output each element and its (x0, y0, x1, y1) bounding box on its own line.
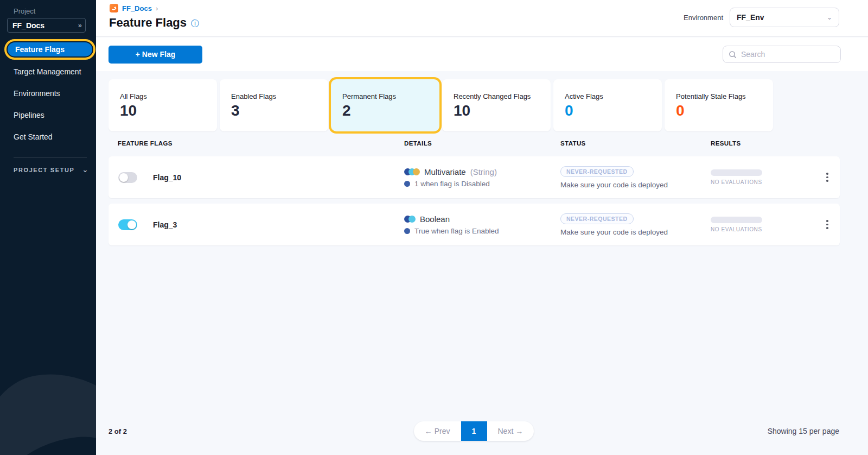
flag-name: Flag_3 (153, 220, 177, 229)
sidebar-item-feature-flags[interactable]: Feature Flags (8, 42, 92, 56)
search-icon (729, 50, 737, 59)
variation-dot-icon (404, 181, 410, 187)
column-header-feature-flags: FEATURE FLAGS (108, 140, 404, 147)
evaluations-bar (711, 217, 762, 223)
evaluations-bar (711, 169, 762, 176)
chevron-down-icon: ⌄ (827, 14, 832, 21)
column-header-results: RESULTS (711, 140, 815, 147)
flag-toggle[interactable] (118, 219, 137, 230)
table-row-flag-10[interactable]: Flag_10 Multivariate (String) 1 when fla… (108, 156, 840, 198)
project-label: Project (14, 7, 35, 15)
status-badge: NEVER-REQUESTED (560, 213, 634, 224)
multivariate-icon (404, 168, 420, 175)
stat-label: Potentially Stale Flags (676, 92, 773, 100)
stat-card-recently-changed-flags[interactable]: Recently Changed Flags 10 (442, 79, 551, 131)
toolbar: + New Flag (96, 37, 868, 71)
project-setup-section[interactable]: PROJECT SETUP ⌄ (14, 166, 88, 174)
sidebar-divider (14, 157, 87, 157)
sidebar-item-target-management[interactable]: Target Management (14, 67, 81, 76)
breadcrumb-project-link[interactable]: FF_Docs (122, 4, 152, 12)
chevron-double-right-icon[interactable]: » (78, 21, 80, 29)
table-header: FEATURE FLAGS DETAILS STATUS RESULTS (108, 140, 840, 147)
feature-flags-module-icon (110, 4, 118, 12)
stats-cards-row: All Flags 10 Enabled Flags 3 Permanent F… (108, 79, 773, 131)
column-header-status: STATUS (560, 140, 711, 147)
page-title: Feature Flags (109, 16, 187, 30)
status-text: Make sure your code is deployed (560, 228, 668, 236)
flag-name: Flag_10 (153, 173, 181, 182)
highlight-ring: Feature Flags (4, 39, 95, 60)
stat-card-active-flags[interactable]: Active Flags 0 (553, 79, 662, 131)
stat-card-permanent-flags[interactable]: Permanent Flags 2 (331, 79, 439, 131)
environment-value: FF_Env (737, 13, 764, 22)
table-row-flag-3[interactable]: Flag_3 Boolean True when flag is Enabled (108, 204, 840, 245)
per-page-text: Showing 15 per page (676, 427, 839, 435)
pagination: ← Prev 1 Next → (414, 421, 534, 441)
flag-type: Boolean (420, 214, 450, 224)
flag-type: Multivariate (424, 167, 466, 176)
column-header-details: DETAILS (404, 140, 560, 147)
info-icon[interactable]: ⓘ (191, 19, 199, 27)
stat-value: 0 (565, 102, 662, 119)
content-area: All Flags 10 Enabled Flags 3 Permanent F… (96, 71, 868, 455)
kebab-menu-icon[interactable] (824, 218, 831, 231)
next-page-button[interactable]: Next → (487, 421, 534, 441)
flag-list: Flag_10 Multivariate (String) 1 when fla… (108, 156, 840, 251)
environment-select[interactable]: FF_Env ⌄ (730, 8, 839, 27)
status-text: Make sure your code is deployed (560, 181, 668, 189)
column-header-menu (815, 140, 840, 147)
prev-page-button[interactable]: ← Prev (414, 421, 461, 441)
evaluations-text: NO EVALUATIONS (711, 179, 762, 185)
evaluations-text: NO EVALUATIONS (711, 226, 762, 232)
default-rule: True when flag is Enabled (414, 227, 499, 235)
stat-label: Permanent Flags (342, 92, 439, 100)
main-area: FF_Docs › Feature Flags ⓘ Environment FF… (96, 0, 868, 455)
row-count: 2 of 2 (108, 427, 271, 435)
stat-card-enabled-flags[interactable]: Enabled Flags 3 (220, 79, 328, 131)
project-name: FF_Docs (12, 21, 44, 30)
project-setup-label: PROJECT SETUP (14, 167, 75, 173)
stat-value: 10 (120, 102, 217, 119)
boolean-icon (404, 216, 416, 223)
stat-card-all-flags[interactable]: All Flags 10 (108, 79, 217, 131)
environment-label: Environment (684, 14, 723, 22)
stat-value: 2 (342, 102, 439, 119)
page-header: FF_Docs › Feature Flags ⓘ Environment FF… (96, 0, 868, 37)
sidebar: Project FF_Docs » Feature Flags Target M… (0, 0, 96, 455)
sidebar-item-environments[interactable]: Environments (14, 89, 60, 98)
search-input[interactable] (741, 50, 839, 59)
stat-label: All Flags (120, 92, 217, 100)
stat-label: Enabled Flags (231, 92, 328, 100)
kebab-menu-icon[interactable] (824, 170, 831, 184)
search-box[interactable] (723, 46, 841, 63)
breadcrumb: FF_Docs › (110, 4, 158, 12)
stat-value: 3 (231, 102, 328, 119)
default-rule: 1 when flag is Disabled (414, 180, 490, 188)
stat-value: 10 (454, 102, 551, 119)
stat-card-potentially-stale-flags[interactable]: Potentially Stale Flags 0 (665, 79, 773, 131)
status-badge: NEVER-REQUESTED (560, 166, 634, 177)
chevron-down-icon: ⌄ (82, 166, 88, 174)
new-flag-button[interactable]: + New Flag (108, 46, 202, 64)
current-page-button[interactable]: 1 (461, 421, 487, 441)
sidebar-item-get-started[interactable]: Get Started (14, 132, 53, 141)
breadcrumb-separator: › (156, 4, 158, 12)
project-selector[interactable]: FF_Docs » (7, 18, 86, 33)
variation-dot-icon (404, 228, 410, 234)
stat-label: Active Flags (565, 92, 662, 100)
stat-value: 0 (676, 102, 773, 119)
flag-toggle[interactable] (118, 172, 137, 183)
list-footer: 2 of 2 ← Prev 1 Next → Showing 15 per pa… (108, 421, 839, 441)
sidebar-item-pipelines[interactable]: Pipelines (14, 111, 44, 119)
flag-type-suffix: (String) (470, 167, 497, 176)
stat-label: Recently Changed Flags (454, 92, 551, 100)
